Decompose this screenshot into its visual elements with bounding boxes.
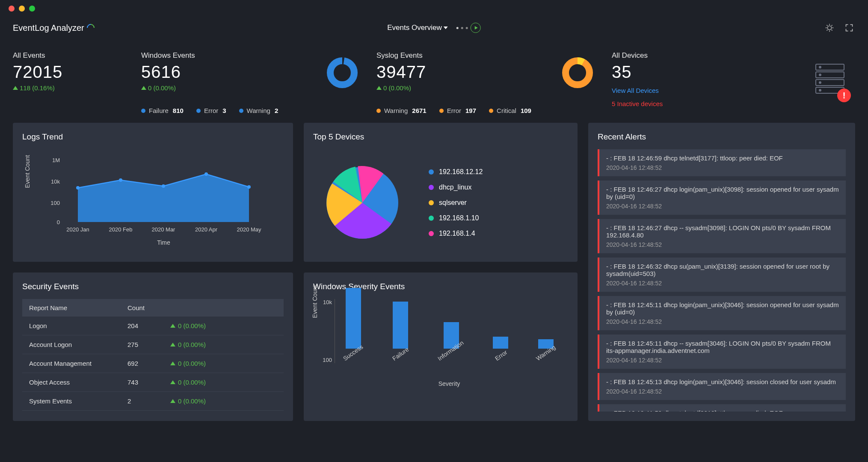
svg-point-3 [566, 61, 590, 85]
svg-text:100: 100 [50, 200, 60, 206]
delta-up-icon [170, 343, 175, 346]
alert-item[interactable]: - : FEB 18 12:45:13 dhcp login(pam_unix)… [598, 373, 846, 400]
legend-dot-icon [376, 109, 381, 113]
legend-item[interactable]: Warning 2671 [376, 107, 427, 114]
svg-point-20 [162, 184, 165, 188]
table-row[interactable]: Logon 204 0 (0.00%) [22, 317, 284, 335]
stat-delta: 118 (0.16%) [13, 84, 137, 92]
alert-item[interactable]: - : FEB 18 12:45:11 dhcp login(pam_unix)… [598, 296, 846, 330]
legend-dot-icon [429, 185, 434, 190]
logs-trend-card: Logs Trend Event Count 1M 10k 100 0 2020… [13, 123, 293, 262]
legend-label: 192.168.12.12 [439, 168, 483, 176]
legend-label: sqlserver [439, 199, 467, 207]
report-delta: 0 (0.00%) [170, 341, 277, 348]
legend-label: 192.168.1.4 [439, 230, 475, 237]
slide-dot-2[interactable] [461, 27, 463, 29]
slide-dot-1[interactable] [456, 27, 459, 29]
windows-donut-chart [325, 56, 359, 90]
alert-item[interactable]: - : FEB 18 12:45:11 dhcp -- sysadm[3046]… [598, 335, 846, 369]
delta-up-icon [13, 86, 18, 90]
alert-message: - : FEB 18 12:46:59 dhcp telnetd[3177]: … [606, 154, 839, 162]
table-row[interactable]: Object Access 743 0 (0.00%) [22, 373, 284, 392]
svg-point-11 [819, 82, 821, 83]
legend-item[interactable]: Error 197 [439, 107, 476, 114]
svg-text:2020 Jan: 2020 Jan [66, 226, 89, 233]
alert-item[interactable]: - : FEB 18 12:46:27 dhcp -- sysadm[3098]… [598, 219, 846, 253]
legend-item[interactable]: Failure 810 [141, 107, 184, 114]
card-title: Security Events [22, 282, 284, 291]
legend-row: Failure 810 Error 3 Warning 2 [141, 107, 372, 114]
view-dropdown[interactable]: Events Overview [387, 24, 448, 32]
stat-windows-events[interactable]: Windows Events 5616 0 (0.00%) Failure 81… [141, 51, 372, 114]
dropdown-label: Events Overview [387, 24, 442, 32]
alert-item[interactable]: - : FEB 18 12:41:59 dhcp telnetd[3019]: … [598, 404, 846, 412]
stats-row: All Events 72015 118 (0.16%) Windows Eve… [0, 38, 868, 123]
table-row[interactable]: Account Management 692 0 (0.00%) [22, 354, 284, 373]
slide-dot-3[interactable] [466, 27, 468, 29]
col-header: Count [127, 304, 170, 311]
alert-item[interactable]: - : FEB 18 12:46:59 dhcp telnetd[3177]: … [598, 149, 846, 176]
legend-item[interactable]: sqlserver [429, 199, 483, 207]
alert-message: - : FEB 18 12:41:59 dhcp telnetd[3019]: … [606, 409, 839, 412]
legend-dot-icon [429, 169, 434, 175]
alert-time: 2020-04-16 12:48:52 [606, 388, 839, 395]
alert-message: - : FEB 18 12:45:11 dhcp -- sysadm[3046]… [606, 340, 839, 354]
alert-message: - : FEB 18 12:45:13 dhcp login(pam_unix)… [606, 378, 839, 385]
legend-dot-icon [429, 231, 434, 236]
logs-trend-chart[interactable]: Event Count 1M 10k 100 0 2020 Jan 2020 F… [22, 149, 284, 252]
fullscreen-button[interactable] [843, 22, 855, 34]
y-axis-label: Event Count [311, 285, 318, 318]
play-button[interactable] [471, 23, 481, 33]
legend-item[interactable]: Critical 109 [489, 107, 531, 114]
legend-item[interactable]: dhcp_linux [429, 184, 483, 191]
alert-message: - : FEB 18 12:46:32 dhcp su(pam_unix)[31… [606, 263, 839, 277]
legend-dot-icon [489, 109, 493, 113]
close-window-button[interactable] [9, 6, 15, 12]
legend-item[interactable]: 192.168.12.12 [429, 168, 483, 176]
report-count: 275 [127, 341, 170, 348]
top-devices-pie-chart[interactable] [317, 158, 407, 248]
legend-dot-icon [239, 109, 243, 113]
severity-bar-chart[interactable]: Event Count 10k100 Success Failure Infor… [313, 299, 568, 385]
table-row[interactable]: System Events 2 0 (0.00%) [22, 392, 284, 411]
report-count: 2 [127, 397, 170, 405]
svg-point-22 [247, 185, 251, 189]
slideshow-control[interactable] [456, 23, 481, 33]
card-title: Top 5 Devices [313, 132, 568, 142]
app-header: EventLog Analyzer Events Overview [0, 17, 868, 38]
svg-text:2020 May: 2020 May [237, 226, 261, 233]
svg-point-21 [204, 172, 208, 176]
svg-point-12 [819, 89, 821, 91]
legend-item[interactable]: Warning 2 [239, 107, 278, 114]
stat-value: 72015 [13, 62, 137, 82]
legend-item[interactable]: 192.168.1.10 [429, 214, 483, 222]
svg-point-0 [827, 26, 831, 30]
inactive-devices-text: 5 Inactive devices [612, 100, 855, 107]
stat-all-events[interactable]: All Events 72015 118 (0.16%) [13, 51, 137, 114]
alerts-list[interactable]: - : FEB 18 12:46:59 dhcp telnetd[3177]: … [598, 149, 846, 412]
alert-item[interactable]: - : FEB 18 12:46:27 dhcp login(pam_unix)… [598, 181, 846, 215]
legend-item[interactable]: Error 3 [196, 107, 226, 114]
report-name: Account Management [29, 360, 127, 367]
top-devices-card: Top 5 Devices 192.168.12.12 dhcp_linux s… [304, 123, 578, 262]
stat-syslog-events[interactable]: Syslog Events 39477 0 (0.00%) Warning 26… [376, 51, 607, 114]
alert-time: 2020-04-16 12:48:52 [606, 164, 839, 171]
alert-message: - : FEB 18 12:46:27 dhcp -- sysadm[3098]… [606, 224, 839, 239]
svg-point-10 [819, 74, 821, 76]
minimize-window-button[interactable] [19, 6, 25, 12]
theme-icon [825, 23, 834, 33]
windows-severity-card: Windows Severity Events Event Count 10k1… [304, 272, 578, 421]
legend-item[interactable]: 192.168.1.4 [429, 230, 483, 237]
alert-time: 2020-04-16 12:48:52 [606, 280, 839, 287]
svg-text:0: 0 [57, 219, 60, 225]
report-delta: 0 (0.00%) [170, 322, 277, 329]
report-delta: 0 (0.00%) [170, 360, 277, 367]
table-row[interactable]: Account Logon 275 0 (0.00%) [22, 335, 284, 354]
alert-item[interactable]: - : FEB 18 12:46:32 dhcp su(pam_unix)[31… [598, 258, 846, 292]
legend-dot-icon [141, 109, 145, 113]
theme-toggle-button[interactable] [824, 22, 835, 34]
table-header: Report Name Count [22, 299, 284, 317]
stat-label: All Events [13, 51, 137, 60]
maximize-window-button[interactable] [29, 6, 35, 12]
legend-dot-icon [196, 109, 201, 113]
